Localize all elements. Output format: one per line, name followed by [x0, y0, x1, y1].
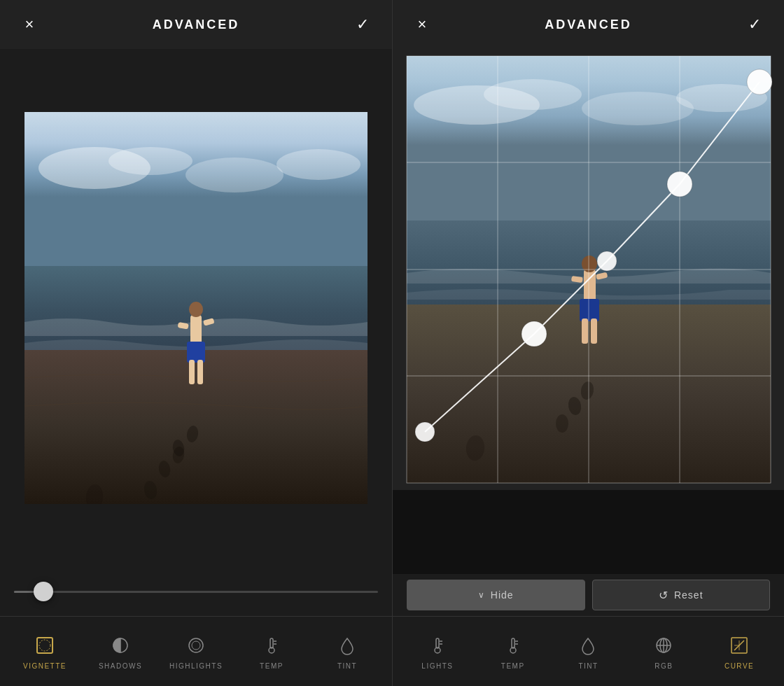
toolbar-item-shadows[interactable]: SHADOWS — [92, 633, 148, 670]
right-title: ADVANCED — [545, 18, 632, 32]
right-panel: × ADVANCED ✓ — [392, 0, 784, 686]
vignette-icon — [32, 633, 57, 658]
toolbar-item-vignette[interactable]: VIGNETTE — [17, 633, 73, 670]
rgb-label: RGB — [654, 662, 673, 670]
left-confirm-button[interactable]: ✓ — [350, 12, 375, 37]
reset-icon: ↺ — [659, 589, 668, 602]
hide-chevron-icon: ∨ — [478, 590, 485, 600]
svg-point-3 — [186, 158, 284, 192]
svg-point-57[interactable] — [597, 251, 617, 271]
left-slider-area — [0, 567, 392, 616]
temp-icon-left — [259, 633, 284, 658]
left-photo-svg — [24, 112, 368, 504]
vignette-label: VIGNETTE — [23, 662, 66, 670]
toolbar-item-curve[interactable]: CURVE — [711, 633, 767, 670]
right-image-area — [393, 49, 784, 574]
left-photo — [24, 112, 368, 504]
lights-label: LIGHTS — [421, 662, 453, 670]
svg-point-4 — [276, 149, 360, 180]
curve-overlay-svg — [393, 49, 784, 490]
right-confirm-button[interactable]: ✓ — [742, 12, 767, 37]
toolbar-item-tint-right[interactable]: TINT — [560, 633, 616, 670]
svg-rect-15 — [187, 342, 205, 363]
hide-button[interactable]: ∨ Hide — [407, 580, 585, 610]
lights-icon — [425, 633, 450, 658]
svg-rect-0 — [24, 112, 368, 266]
svg-point-55[interactable] — [415, 422, 435, 442]
tint-icon-left — [335, 633, 360, 658]
highlights-label: HIGHLIGHTS — [169, 662, 223, 670]
toolbar-item-temp-right[interactable]: TEMP — [485, 633, 541, 670]
hide-label: Hide — [491, 589, 514, 601]
reset-button[interactable]: ↺ Reset — [592, 580, 771, 610]
right-close-button[interactable]: × — [410, 12, 435, 37]
left-header: × ADVANCED ✓ — [0, 0, 392, 49]
left-close-button[interactable]: × — [17, 12, 42, 37]
svg-rect-17 — [197, 360, 203, 384]
right-header: × ADVANCED ✓ — [393, 0, 784, 49]
temp-label-left: TEMP — [260, 662, 284, 670]
curve-icon — [727, 633, 752, 658]
svg-point-56[interactable] — [522, 321, 547, 346]
rgb-icon — [651, 633, 676, 658]
action-buttons-area: ∨ Hide ↺ Reset — [393, 574, 784, 616]
right-toolbar: LIGHTS TEMP TINT — [393, 616, 784, 686]
toolbar-item-highlights[interactable]: HIGHLIGHTS — [168, 633, 224, 670]
shadows-label: SHADOWS — [99, 662, 142, 670]
right-photo-container — [393, 49, 784, 574]
svg-point-23 — [189, 638, 203, 652]
left-toolbar: VIGNETTE SHADOWS HIGHLIGHTS — [0, 616, 392, 686]
toolbar-item-rgb[interactable]: RGB — [636, 633, 692, 670]
vignette-slider-thumb[interactable] — [34, 582, 53, 601]
svg-point-21 — [39, 640, 50, 651]
left-image-area — [0, 49, 392, 567]
svg-rect-64 — [512, 638, 514, 648]
curve-label: CURVE — [724, 662, 754, 670]
toolbar-item-temp-left[interactable]: TEMP — [244, 633, 300, 670]
svg-point-2 — [108, 147, 192, 175]
svg-point-58[interactable] — [667, 172, 692, 197]
temp-label-right: TEMP — [501, 662, 525, 670]
svg-rect-25 — [270, 638, 273, 648]
toolbar-item-tint-left[interactable]: TINT — [319, 633, 375, 670]
left-panel: × ADVANCED ✓ — [0, 0, 392, 686]
toolbar-item-lights[interactable]: LIGHTS — [410, 633, 465, 670]
highlights-icon — [183, 633, 209, 658]
svg-rect-16 — [189, 360, 195, 384]
svg-point-24 — [192, 641, 200, 650]
left-title: ADVANCED — [153, 18, 240, 32]
shadows-icon — [108, 633, 133, 658]
svg-point-59[interactable] — [747, 69, 772, 94]
vignette-slider-track[interactable] — [14, 591, 378, 593]
svg-point-14 — [189, 302, 203, 317]
tint-icon-right — [575, 633, 601, 658]
tint-label-left: TINT — [337, 662, 357, 670]
temp-icon-right — [500, 633, 526, 658]
tint-label-right: TINT — [578, 662, 598, 670]
reset-label: Reset — [674, 589, 704, 601]
svg-rect-60 — [436, 638, 439, 648]
